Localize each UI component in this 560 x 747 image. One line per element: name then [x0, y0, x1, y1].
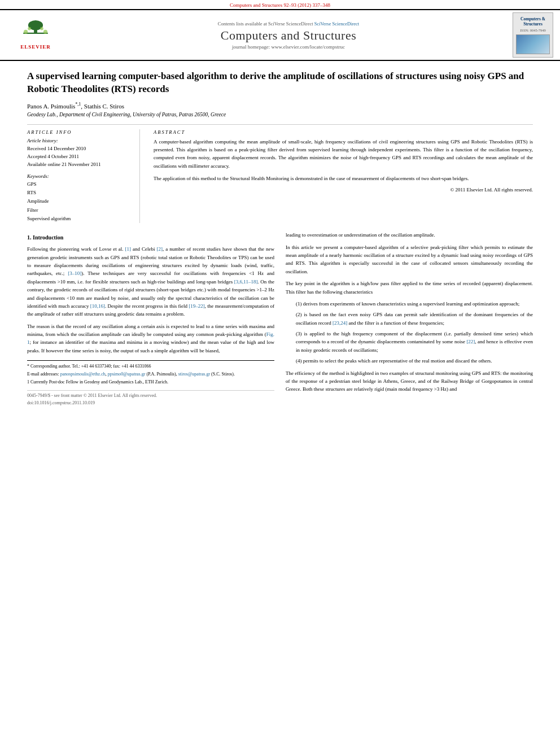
- authors-line: Panos A. Psimoulis*,1, Stathis C. Stiros: [27, 102, 533, 110]
- elsevier-logo-area: ELSEVIER: [5, 12, 67, 58]
- intro-heading: 1. Introduction: [27, 233, 274, 242]
- athens-text: Athens: [383, 378, 398, 384]
- ref-3-18-link[interactable]: [3,6,11–18]: [234, 279, 258, 285]
- received-date: Received 14 December 2010: [27, 145, 133, 152]
- bottom-copyright-text: 0045-7949/$ - see front matter © 2011 El…: [27, 393, 157, 398]
- keyword-supervised: Supervised algorithm: [27, 215, 133, 223]
- right-paragraph-2: In this article we present a computer-ba…: [286, 243, 533, 276]
- journal-cover-thumbnail: Computers & Structures ISSN: 0045-7949: [513, 12, 553, 58]
- body-section: 1. Introduction Following the pioneering…: [27, 231, 533, 407]
- ref-23-24-link[interactable]: [23,24]: [333, 320, 347, 326]
- article-dates: Received 14 December 2010 Accepted 4 Oct…: [27, 145, 133, 169]
- article-info-column: ARTICLE INFO Article history: Received 1…: [27, 129, 140, 224]
- journal-reference-bar: Computers and Structures 92–93 (2012) 33…: [0, 0, 560, 9]
- right-paragraph-4: The efficiency of the method is highligh…: [286, 369, 533, 394]
- keyword-amplitude: Amplitude: [27, 197, 133, 206]
- author-2-name: , Stathis C. Stiros: [81, 103, 124, 110]
- right-paragraph-1: leading to overestimation or underestima…: [286, 231, 533, 239]
- cover-image: [516, 34, 550, 54]
- author-1-name: Panos A. Psimoulis: [27, 103, 75, 110]
- greece-text: Greece: [401, 378, 415, 384]
- filter-characteristics-list: (1) derives from experiments of known ch…: [294, 300, 533, 365]
- abstract-paragraph-1: A computer-based algorithm computing the…: [154, 138, 533, 171]
- svg-point-6: [40, 27, 43, 30]
- svg-point-4: [43, 30, 47, 34]
- footnote-corresponding: * Corresponding author. Tel.: +41 44 633…: [27, 363, 274, 370]
- right-paragraph-3: The key point in the algorithm is a high…: [286, 279, 533, 296]
- ref-10-16-link[interactable]: [10,16]: [90, 303, 105, 309]
- doi-text: doi:10.1016/j.compstruc.2011.10.019: [27, 400, 95, 405]
- email-3-link[interactable]: stiros@upatras.gr: [178, 372, 210, 377]
- journal-thumbnail-area: Computers & Structures ISSN: 0045-7949: [510, 12, 555, 58]
- journal-reference-text: Computers and Structures 92–93 (2012) 33…: [230, 2, 330, 8]
- intro-paragraph-1: Following the pioneering work of Lovse e…: [27, 245, 274, 318]
- elsevier-tree-icon: [19, 20, 53, 43]
- abstract-column: ABSTRACT A computer-based algorithm comp…: [154, 129, 533, 224]
- available-date: Available online 21 November 2011: [27, 160, 133, 168]
- article-history-label: Article history:: [27, 138, 133, 143]
- svg-point-5: [28, 27, 31, 30]
- footnote-1: 1 Currently Post-doc Fellow in Geodesy a…: [27, 379, 274, 386]
- sciverse-line: Contents lists available at SciVerse Sci…: [75, 21, 502, 27]
- email-1-link[interactable]: panospsimoulis@ethz.ch: [60, 372, 106, 377]
- list-item-2: (2) is based on the fact even noisy GPS …: [294, 311, 533, 327]
- article-info-label: ARTICLE INFO: [27, 129, 133, 135]
- copyright-notice: © 2011 Elsevier Ltd. All rights reserved…: [154, 187, 533, 193]
- footnote-email: E-mail addresses: panospsimoulis@ethz.ch…: [27, 371, 274, 378]
- article-title: A supervised learning computer-based alg…: [27, 70, 533, 96]
- accepted-date: Accepted 4 October 2011: [27, 152, 133, 160]
- list-item-4: (4) permits to select the peaks which ar…: [294, 357, 533, 365]
- journal-homepage: journal homepage: www.elsevier.com/locat…: [75, 44, 502, 50]
- list-item-1: (1) derives from experiments of known ch…: [294, 300, 533, 308]
- abstract-label: ABSTRACT: [154, 129, 533, 135]
- keywords-label: Keywords:: [27, 173, 133, 179]
- footnotes-divider: * Corresponding author. Tel.: +41 44 633…: [27, 360, 274, 386]
- elsevier-brand-text: ELSEVIER: [20, 44, 51, 50]
- svg-point-3: [24, 30, 28, 34]
- ref-2-link[interactable]: [2]: [157, 246, 163, 252]
- body-left-column: 1. Introduction Following the pioneering…: [27, 231, 274, 407]
- bottom-copyright-bar: 0045-7949/$ - see front matter © 2011 El…: [27, 390, 274, 407]
- ref-1-link[interactable]: [1]: [125, 246, 132, 252]
- sciverse-link[interactable]: SciVerse ScienceDirect: [314, 21, 360, 27]
- list-item-3: (3) is applied to the high frequency com…: [294, 330, 533, 354]
- journal-header: ELSEVIER Contents lists available at Sci…: [0, 9, 560, 61]
- body-right-column: leading to overestimation or underestima…: [286, 231, 533, 407]
- journal-title-area: Contents lists available at SciVerse Sci…: [72, 12, 505, 58]
- abstract-paragraph-2: The application of this method to the St…: [154, 174, 533, 182]
- author-affiliation: Geodesy Lab., Department of Civil Engine…: [27, 112, 533, 117]
- ref-22-link[interactable]: [22]: [466, 339, 475, 344]
- keywords-list: GPS RTS Amplitude Filter Supervised algo…: [27, 180, 133, 223]
- info-abstract-section: ARTICLE INFO Article history: Received 1…: [27, 124, 533, 224]
- email-2-link[interactable]: ppsimo0@upatras.gr: [108, 372, 146, 377]
- keyword-gps: GPS: [27, 180, 133, 189]
- keyword-filter: Filter: [27, 206, 133, 215]
- intro-paragraph-2: The reason is that the record of any osc…: [27, 322, 274, 355]
- ref-3-10-link[interactable]: [3–10]: [68, 270, 81, 276]
- journal-title: Computers and Structures: [75, 28, 502, 43]
- fig1-link[interactable]: Fig. 1: [27, 331, 274, 345]
- author-1-super: *,1: [75, 102, 81, 107]
- keyword-rts: RTS: [27, 189, 133, 197]
- elsevier-logo: ELSEVIER: [10, 18, 61, 52]
- ref-19-22-link[interactable]: [19–22]: [189, 303, 205, 309]
- main-content: A supervised learning computer-based alg…: [0, 61, 560, 416]
